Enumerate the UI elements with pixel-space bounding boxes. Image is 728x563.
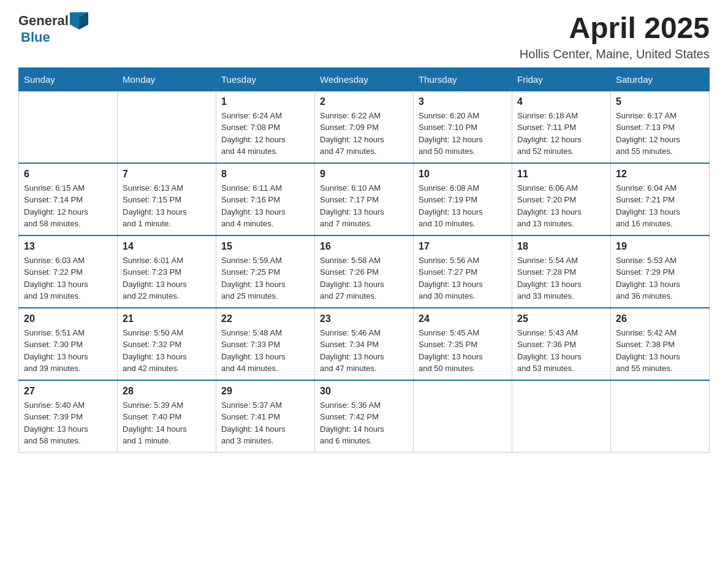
col-header-wednesday: Wednesday xyxy=(315,67,414,91)
calendar-week-row: 6Sunrise: 6:15 AM Sunset: 7:14 PM Daylig… xyxy=(19,163,710,236)
calendar-header-row: SundayMondayTuesdayWednesdayThursdayFrid… xyxy=(19,67,710,91)
day-info: Sunrise: 5:45 AM Sunset: 7:35 PM Dayligh… xyxy=(419,327,507,375)
day-info: Sunrise: 5:56 AM Sunset: 7:27 PM Dayligh… xyxy=(419,255,507,302)
calendar-day-cell: 11Sunrise: 6:06 AM Sunset: 7:20 PM Dayli… xyxy=(512,163,611,236)
calendar-day-cell xyxy=(414,380,512,453)
calendar-day-cell: 29Sunrise: 5:37 AM Sunset: 7:41 PM Dayli… xyxy=(216,380,315,453)
logo: General Blue xyxy=(18,12,89,45)
day-info: Sunrise: 6:03 AM Sunset: 7:22 PM Dayligh… xyxy=(24,255,112,302)
day-info: Sunrise: 5:43 AM Sunset: 7:36 PM Dayligh… xyxy=(517,327,605,375)
calendar-day-cell: 8Sunrise: 6:11 AM Sunset: 7:16 PM Daylig… xyxy=(216,163,315,236)
day-info: Sunrise: 6:08 AM Sunset: 7:19 PM Dayligh… xyxy=(419,182,507,230)
day-info: Sunrise: 5:51 AM Sunset: 7:30 PM Dayligh… xyxy=(24,327,112,375)
day-info: Sunrise: 6:18 AM Sunset: 7:11 PM Dayligh… xyxy=(517,110,605,158)
day-info: Sunrise: 6:24 AM Sunset: 7:08 PM Dayligh… xyxy=(221,110,309,158)
day-number: 10 xyxy=(419,169,507,180)
logo-general: General xyxy=(18,13,69,29)
calendar-day-cell: 20Sunrise: 5:51 AM Sunset: 7:30 PM Dayli… xyxy=(19,308,118,380)
calendar-day-cell: 14Sunrise: 6:01 AM Sunset: 7:23 PM Dayli… xyxy=(118,236,216,308)
calendar-day-cell: 12Sunrise: 6:04 AM Sunset: 7:21 PM Dayli… xyxy=(611,163,710,236)
day-number: 28 xyxy=(123,386,211,397)
calendar-day-cell: 18Sunrise: 5:54 AM Sunset: 7:28 PM Dayli… xyxy=(512,236,611,308)
day-number: 20 xyxy=(24,313,112,324)
day-number: 19 xyxy=(616,241,704,252)
calendar-day-cell xyxy=(512,380,611,453)
col-header-friday: Friday xyxy=(512,67,611,91)
calendar-day-cell: 4Sunrise: 6:18 AM Sunset: 7:11 PM Daylig… xyxy=(512,91,611,163)
day-info: Sunrise: 5:37 AM Sunset: 7:41 PM Dayligh… xyxy=(221,399,309,447)
logo-icon xyxy=(70,12,88,29)
calendar-day-cell: 1Sunrise: 6:24 AM Sunset: 7:08 PM Daylig… xyxy=(216,91,315,163)
day-info: Sunrise: 6:01 AM Sunset: 7:23 PM Dayligh… xyxy=(123,255,211,302)
day-number: 18 xyxy=(517,241,605,252)
day-info: Sunrise: 5:48 AM Sunset: 7:33 PM Dayligh… xyxy=(221,327,309,375)
day-info: Sunrise: 6:10 AM Sunset: 7:17 PM Dayligh… xyxy=(320,182,408,230)
day-info: Sunrise: 5:59 AM Sunset: 7:25 PM Dayligh… xyxy=(221,255,309,302)
col-header-sunday: Sunday xyxy=(19,67,118,91)
day-number: 26 xyxy=(616,313,704,324)
location-title: Hollis Center, Maine, United States xyxy=(520,47,710,61)
day-number: 22 xyxy=(221,313,309,324)
day-info: Sunrise: 6:20 AM Sunset: 7:10 PM Dayligh… xyxy=(419,110,507,158)
day-number: 13 xyxy=(24,241,112,252)
day-number: 4 xyxy=(517,96,605,107)
calendar-day-cell: 27Sunrise: 5:40 AM Sunset: 7:39 PM Dayli… xyxy=(19,380,118,453)
calendar-day-cell: 30Sunrise: 5:36 AM Sunset: 7:42 PM Dayli… xyxy=(315,380,414,453)
day-number: 17 xyxy=(419,241,507,252)
calendar-day-cell xyxy=(611,380,710,453)
col-header-monday: Monday xyxy=(118,67,216,91)
day-info: Sunrise: 6:15 AM Sunset: 7:14 PM Dayligh… xyxy=(24,182,112,230)
day-number: 23 xyxy=(320,313,408,324)
calendar-week-row: 13Sunrise: 6:03 AM Sunset: 7:22 PM Dayli… xyxy=(19,236,710,308)
day-info: Sunrise: 5:42 AM Sunset: 7:38 PM Dayligh… xyxy=(616,327,704,375)
logo-blue: Blue xyxy=(21,29,50,45)
title-block: April 2025 Hollis Center, Maine, United … xyxy=(520,12,710,61)
calendar-day-cell: 7Sunrise: 6:13 AM Sunset: 7:15 PM Daylig… xyxy=(118,163,216,236)
day-info: Sunrise: 6:06 AM Sunset: 7:20 PM Dayligh… xyxy=(517,182,605,230)
calendar-day-cell xyxy=(19,91,118,163)
day-number: 1 xyxy=(221,96,309,107)
calendar-week-row: 27Sunrise: 5:40 AM Sunset: 7:39 PM Dayli… xyxy=(19,380,710,453)
day-number: 15 xyxy=(221,241,309,252)
calendar-day-cell: 9Sunrise: 6:10 AM Sunset: 7:17 PM Daylig… xyxy=(315,163,414,236)
calendar-day-cell: 24Sunrise: 5:45 AM Sunset: 7:35 PM Dayli… xyxy=(414,308,512,380)
page-header: General Blue April 2025 Hollis Center, M… xyxy=(18,12,710,61)
calendar-day-cell: 22Sunrise: 5:48 AM Sunset: 7:33 PM Dayli… xyxy=(216,308,315,380)
calendar-day-cell: 17Sunrise: 5:56 AM Sunset: 7:27 PM Dayli… xyxy=(414,236,512,308)
day-info: Sunrise: 6:11 AM Sunset: 7:16 PM Dayligh… xyxy=(221,182,309,230)
calendar-day-cell: 10Sunrise: 6:08 AM Sunset: 7:19 PM Dayli… xyxy=(414,163,512,236)
calendar-day-cell: 28Sunrise: 5:39 AM Sunset: 7:40 PM Dayli… xyxy=(118,380,216,453)
day-number: 29 xyxy=(221,386,309,397)
day-number: 6 xyxy=(24,169,112,180)
day-number: 8 xyxy=(221,169,309,180)
calendar-day-cell xyxy=(118,91,216,163)
calendar-day-cell: 16Sunrise: 5:58 AM Sunset: 7:26 PM Dayli… xyxy=(315,236,414,308)
calendar-day-cell: 6Sunrise: 6:15 AM Sunset: 7:14 PM Daylig… xyxy=(19,163,118,236)
day-info: Sunrise: 5:58 AM Sunset: 7:26 PM Dayligh… xyxy=(320,255,408,302)
day-info: Sunrise: 5:53 AM Sunset: 7:29 PM Dayligh… xyxy=(616,255,704,302)
day-number: 3 xyxy=(419,96,507,107)
day-number: 7 xyxy=(123,169,211,180)
day-number: 9 xyxy=(320,169,408,180)
calendar-day-cell: 2Sunrise: 6:22 AM Sunset: 7:09 PM Daylig… xyxy=(315,91,414,163)
calendar-day-cell: 15Sunrise: 5:59 AM Sunset: 7:25 PM Dayli… xyxy=(216,236,315,308)
calendar-day-cell: 21Sunrise: 5:50 AM Sunset: 7:32 PM Dayli… xyxy=(118,308,216,380)
day-number: 16 xyxy=(320,241,408,252)
day-info: Sunrise: 5:54 AM Sunset: 7:28 PM Dayligh… xyxy=(517,255,605,302)
calendar-day-cell: 25Sunrise: 5:43 AM Sunset: 7:36 PM Dayli… xyxy=(512,308,611,380)
day-number: 2 xyxy=(320,96,408,107)
day-info: Sunrise: 6:22 AM Sunset: 7:09 PM Dayligh… xyxy=(320,110,408,158)
calendar-week-row: 1Sunrise: 6:24 AM Sunset: 7:08 PM Daylig… xyxy=(19,91,710,163)
col-header-thursday: Thursday xyxy=(414,67,512,91)
month-title: April 2025 xyxy=(520,12,710,45)
day-number: 5 xyxy=(616,96,704,107)
day-number: 24 xyxy=(419,313,507,324)
day-number: 30 xyxy=(320,386,408,397)
day-number: 11 xyxy=(517,169,605,180)
calendar-day-cell: 5Sunrise: 6:17 AM Sunset: 7:13 PM Daylig… xyxy=(611,91,710,163)
calendar-day-cell: 26Sunrise: 5:42 AM Sunset: 7:38 PM Dayli… xyxy=(611,308,710,380)
calendar-table: SundayMondayTuesdayWednesdayThursdayFrid… xyxy=(18,67,710,453)
day-info: Sunrise: 5:46 AM Sunset: 7:34 PM Dayligh… xyxy=(320,327,408,375)
day-number: 27 xyxy=(24,386,112,397)
col-header-tuesday: Tuesday xyxy=(216,67,315,91)
